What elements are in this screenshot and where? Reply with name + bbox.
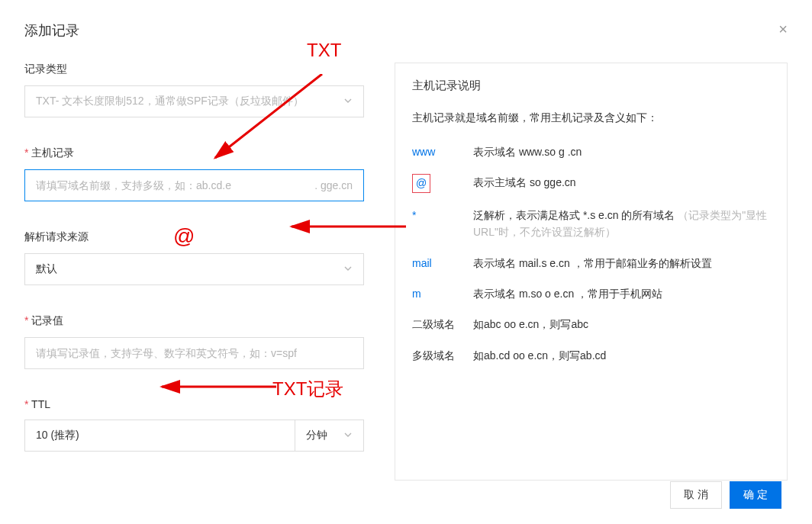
label-parse-source: 解析请求来源: [24, 230, 364, 244]
help-val: 表示域名 www.so g .cn: [473, 143, 770, 160]
chevron-down-icon: [343, 263, 353, 275]
modal-content: 记录类型 TXT- 文本长度限制512，通常做SPF记录（反垃圾邮件） 主机记录…: [24, 63, 788, 481]
annotation-txt: TXT: [307, 40, 341, 61]
field-record-value: 记录值: [24, 314, 364, 369]
help-key-sub: 二级域名: [412, 316, 473, 333]
confirm-button[interactable]: 确 定: [730, 481, 781, 509]
select-ttl-unit-value: 分钟: [306, 429, 327, 442]
help-key-multi: 多级域名: [412, 347, 473, 364]
select-parse-source[interactable]: 默认: [24, 253, 364, 285]
label-record-type: 记录类型: [24, 63, 364, 76]
field-host-record: 主机记录 . gge.cn: [24, 146, 364, 201]
chevron-down-icon: [343, 95, 353, 108]
close-icon: ×: [778, 21, 788, 37]
help-val: 泛解析，表示满足格式 *.s e.cn 的所有域名 （记录类型为"显性URL"时…: [473, 207, 770, 241]
select-parse-source-value: 默认: [36, 262, 57, 276]
select-record-type[interactable]: TXT- 文本长度限制512，通常做SPF记录（反垃圾邮件）: [24, 85, 364, 117]
label-host-record: 主机记录: [24, 146, 364, 160]
help-key-star: *: [412, 207, 473, 241]
help-val: 如ab.cd oo e.cn，则写ab.cd: [473, 347, 770, 364]
help-panel: 主机记录说明 主机记录就是域名前缀，常用主机记录及含义如下： www 表示域名 …: [395, 63, 788, 481]
field-ttl: TTL 10 (推荐) 分钟: [24, 398, 364, 452]
select-ttl[interactable]: 10 (推荐): [24, 420, 295, 452]
help-val: 表示域名 m.so o e.cn ，常用于手机网站: [473, 285, 770, 302]
select-ttl-value: 10 (推荐): [36, 429, 284, 442]
help-row: mail 表示域名 mail.s e.cn ，常用于邮箱业务的解析设置: [412, 255, 770, 272]
help-row: @ 表示主域名 so gge.cn: [412, 174, 770, 192]
close-button[interactable]: ×: [778, 21, 788, 37]
help-description: 主机记录就是域名前缀，常用主机记录及含义如下：: [412, 111, 770, 125]
help-val: 表示主域名 so gge.cn: [473, 174, 770, 192]
help-row: www 表示域名 www.so g .cn: [412, 143, 770, 160]
help-val: 如abc oo e.cn，则写abc: [473, 316, 770, 333]
help-title: 主机记录说明: [412, 79, 770, 93]
help-val: 表示域名 mail.s e.cn ，常用于邮箱业务的解析设置: [473, 255, 770, 272]
help-row: * 泛解析，表示满足格式 *.s e.cn 的所有域名 （记录类型为"显性URL…: [412, 207, 770, 241]
help-key-mail: mail: [412, 255, 473, 272]
help-row: 多级域名 如ab.cd oo e.cn，则写ab.cd: [412, 347, 770, 364]
help-key-at: @: [412, 174, 473, 192]
input-record-value[interactable]: [25, 338, 363, 368]
label-record-value: 记录值: [24, 314, 364, 328]
form-column: 记录类型 TXT- 文本长度限制512，通常做SPF记录（反垃圾邮件） 主机记录…: [24, 63, 364, 481]
help-row: 二级域名 如abc oo e.cn，则写abc: [412, 316, 770, 333]
input-host-record-wrap: . gge.cn: [24, 169, 364, 201]
ttl-row: 10 (推荐) 分钟: [24, 420, 364, 452]
input-host-record[interactable]: [25, 170, 303, 201]
chevron-down-icon: [343, 429, 353, 442]
host-record-suffix: . gge.cn: [303, 179, 363, 191]
help-key-www: www: [412, 143, 473, 160]
modal-footer: 取 消 确 定: [670, 481, 781, 509]
input-record-value-wrap: [24, 337, 364, 369]
help-row: m 表示域名 m.so o e.cn ，常用于手机网站: [412, 285, 770, 302]
label-ttl: TTL: [24, 398, 364, 410]
select-ttl-unit[interactable]: 分钟: [295, 420, 364, 452]
add-record-modal: 添加记录 × 记录类型 TXT- 文本长度限制512，通常做SPF记录（反垃圾邮…: [0, 0, 812, 524]
field-parse-source: 解析请求来源 默认: [24, 230, 364, 285]
cancel-button[interactable]: 取 消: [670, 481, 722, 509]
help-key-m: m: [412, 285, 473, 302]
modal-title: 添加记录: [24, 21, 788, 40]
field-record-type: 记录类型 TXT- 文本长度限制512，通常做SPF记录（反垃圾邮件）: [24, 63, 364, 117]
select-record-type-value: TXT- 文本长度限制512，通常做SPF记录（反垃圾邮件）: [36, 95, 353, 108]
